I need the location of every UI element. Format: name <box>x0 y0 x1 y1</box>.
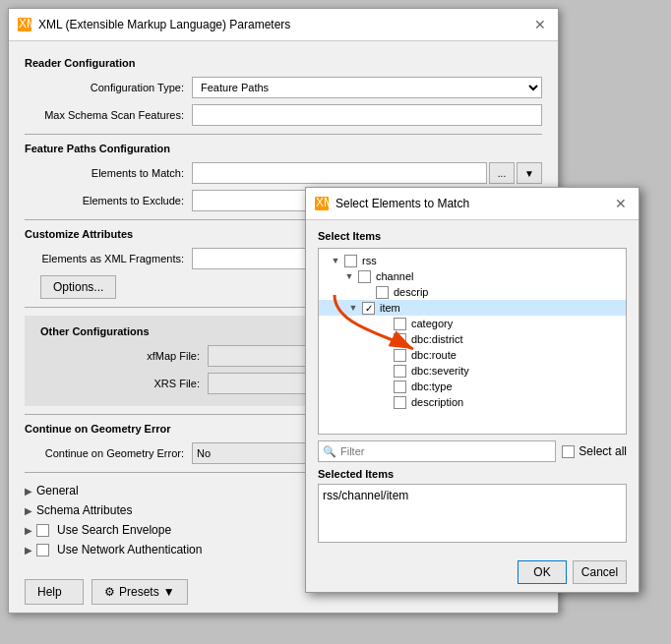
channel-expand[interactable]: ▼ <box>342 269 356 283</box>
search-envelope-arrow: ▶ <box>25 525 32 536</box>
tree-item-rss[interactable]: ▼ rss <box>319 253 626 268</box>
dbcdistrict-label: dbc:district <box>411 333 463 345</box>
select-titlebar: XML Select Elements to Match ✕ <box>306 188 639 220</box>
network-auth-label: Use Network Authentication <box>57 543 202 556</box>
select-dialog-title: Select Elements to Match <box>336 197 469 210</box>
elements-match-input-wrap: ... ▼ <box>192 162 542 184</box>
item-expand[interactable]: ▼ <box>346 301 360 315</box>
cancel-button[interactable]: Cancel <box>573 560 627 584</box>
select-icon: XML <box>314 196 330 211</box>
network-auth-checkbox[interactable] <box>36 544 49 556</box>
filter-input[interactable] <box>340 445 551 457</box>
schema-label: Schema Attributes <box>36 503 132 517</box>
filter-search-icon: 🔍 <box>323 445 336 458</box>
presets-button[interactable]: ⚙ Presets ▼ <box>92 579 188 605</box>
elements-match-input[interactable] <box>192 162 487 184</box>
select-all-label[interactable]: Select all <box>562 444 627 458</box>
search-envelope-label: Use Search Envelope <box>57 523 171 537</box>
elements-match-row: Elements to Match: ... ▼ <box>25 162 542 184</box>
presets-arrow: ▼ <box>163 585 175 599</box>
main-titlebar: XML XML (Extensible Markup Language) Par… <box>9 9 558 41</box>
geometry-error-label: Continue on Geometry Error: <box>25 447 192 459</box>
tree-item-dbcroute[interactable]: ▶ dbc:route <box>319 347 626 363</box>
tree-item-channel[interactable]: ▼ channel <box>319 268 626 284</box>
options-label: Options... <box>53 280 103 294</box>
elements-exclude-label: Elements to Exclude: <box>25 195 192 206</box>
elements-match-dropdown-btn[interactable]: ▼ <box>517 162 542 184</box>
filter-row: 🔍 Select all <box>318 440 627 462</box>
tree-item-description[interactable]: ▶ description <box>319 394 626 410</box>
rss-expand[interactable]: ▼ <box>329 254 342 267</box>
select-dialog: XML Select Elements to Match ✕ Select It… <box>305 187 640 593</box>
descrip-checkbox[interactable] <box>376 286 389 299</box>
select-close-button[interactable]: ✕ <box>611 194 631 213</box>
tree-item-dbcdistrict[interactable]: ▶ dbc:district <box>319 331 626 347</box>
select-all-checkbox[interactable] <box>562 445 575 458</box>
dbcroute-checkbox[interactable] <box>394 349 406 362</box>
select-all-text: Select all <box>579 444 627 458</box>
rss-checkbox[interactable] <box>344 255 357 267</box>
presets-label: Presets <box>119 585 159 599</box>
item-checkbox[interactable] <box>362 302 375 315</box>
category-label: category <box>411 318 453 329</box>
main-close-button[interactable]: ✕ <box>530 15 550 34</box>
description-label: description <box>411 396 463 408</box>
tree-item-descrip[interactable]: ▶ descrip <box>319 284 626 300</box>
titlebar-left: XML XML (Extensible Markup Language) Par… <box>17 17 290 32</box>
xml-icon: XML <box>17 17 32 32</box>
general-arrow: ▶ <box>25 486 32 497</box>
tree-item-dbcseverity[interactable]: ▶ dbc:severity <box>319 363 626 379</box>
dbcroute-label: dbc:route <box>411 349 457 361</box>
select-dialog-footer: OK Cancel <box>306 553 639 592</box>
category-checkbox[interactable] <box>394 318 406 330</box>
description-checkbox[interactable] <box>394 396 406 409</box>
xrs-label: XRS File: <box>40 378 208 389</box>
max-schema-input[interactable] <box>192 104 542 126</box>
elements-match-browse-btn[interactable]: ... <box>489 162 515 184</box>
dbcseverity-checkbox[interactable] <box>394 365 406 378</box>
xml-fragments-label: Elements as XML Fragments: <box>25 253 192 264</box>
network-auth-arrow: ▶ <box>25 545 32 556</box>
options-button[interactable]: Options... <box>40 275 116 299</box>
general-label: General <box>36 484 79 498</box>
dbcdistrict-checkbox[interactable] <box>394 333 406 346</box>
xfmap-label: xfMap File: <box>40 350 208 362</box>
search-envelope-checkbox[interactable] <box>36 524 49 537</box>
tree-item-dbctype[interactable]: ▶ dbc:type <box>319 379 626 394</box>
feature-paths-header: Feature Paths Configuration <box>25 143 542 154</box>
help-button[interactable]: Help <box>25 579 84 605</box>
selected-items-header: Selected Items <box>318 468 627 480</box>
config-type-row: Configuration Type: Feature Paths <box>25 77 542 98</box>
max-schema-label: Max Schema Scan Features: <box>25 109 192 121</box>
svg-text:XML: XML <box>316 196 330 209</box>
reader-config-header: Reader Configuration <box>25 57 542 69</box>
channel-checkbox[interactable] <box>358 270 371 283</box>
schema-arrow: ▶ <box>25 505 32 516</box>
dbctype-label: dbc:type <box>411 381 453 392</box>
svg-text:XML: XML <box>19 17 32 30</box>
config-type-label: Configuration Type: <box>25 82 192 93</box>
elements-match-label: Elements to Match: <box>25 167 192 179</box>
cancel-label: Cancel <box>581 565 618 579</box>
tree-container[interactable]: ▼ rss ▼ channel ▶ descrip ▼ <box>318 248 627 435</box>
dbcseverity-label: dbc:severity <box>411 365 469 377</box>
config-type-select[interactable]: Feature Paths <box>192 77 542 98</box>
main-dialog-title: XML (Extensible Markup Language) Paramet… <box>38 18 290 31</box>
channel-label: channel <box>376 270 414 282</box>
rss-label: rss <box>362 255 377 266</box>
ok-label: OK <box>533 565 550 579</box>
help-label: Help <box>37 585 62 599</box>
select-items-label: Select Items <box>318 230 627 242</box>
select-titlebar-left: XML Select Elements to Match <box>314 196 469 211</box>
presets-icon: ⚙ <box>104 585 115 599</box>
tree-item-item[interactable]: ▼ item <box>319 300 626 316</box>
dbctype-checkbox[interactable] <box>394 381 406 393</box>
filter-input-wrap: 🔍 <box>318 440 556 462</box>
selected-value: rss/channel/item <box>323 489 408 502</box>
item-label: item <box>380 302 400 314</box>
select-dialog-body: Select Items ▼ rss ▼ channel ▶ descr <box>306 220 639 553</box>
descrip-label: descrip <box>394 286 428 298</box>
ok-button[interactable]: OK <box>518 560 567 584</box>
tree-item-category[interactable]: ▶ category <box>319 316 626 331</box>
selected-items-box: rss/channel/item <box>318 484 627 543</box>
